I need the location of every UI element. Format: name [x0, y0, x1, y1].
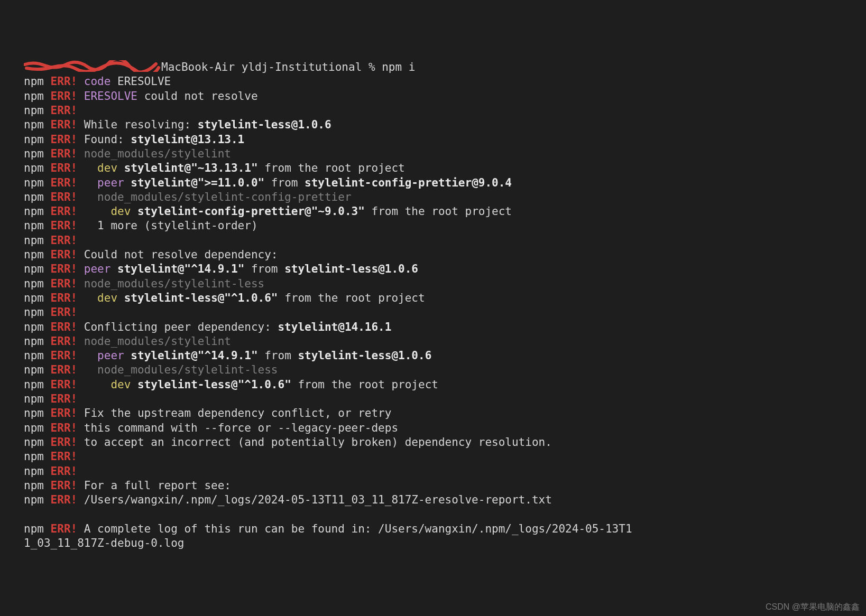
log-text — [44, 321, 51, 333]
npm-prefix: npm — [24, 147, 44, 160]
terminal-output[interactable]: MacBook-Air yldj-Institutional % npm inp… — [24, 60, 866, 550]
err-tag: ERR! — [51, 292, 78, 304]
log-text: to accept an incorrect (and potentially … — [77, 436, 552, 449]
log-text: from the root project — [291, 378, 438, 391]
log-text — [44, 205, 51, 218]
log-text: 1 more (stylelint-order) — [77, 219, 257, 232]
log-text — [44, 349, 51, 362]
watermark-text: CSDN @苹果电脑的鑫鑫 — [766, 602, 860, 613]
log-text — [131, 205, 137, 218]
log-text — [77, 90, 84, 102]
npm-prefix: npm — [24, 422, 44, 434]
err-tag: ERR! — [51, 306, 78, 319]
log-text — [44, 393, 51, 405]
err-tag: ERR! — [51, 522, 78, 535]
terminal-line: npm ERR! Conflicting peer dependency: st… — [24, 320, 866, 334]
terminal-line: npm ERR! code ERESOLVE — [24, 74, 866, 89]
err-tag: ERR! — [51, 219, 78, 232]
terminal-line: npm ERR! 1 more (stylelint-order) — [24, 219, 866, 233]
log-text — [77, 162, 97, 174]
err-tag: ERR! — [51, 162, 78, 174]
npm-prefix: npm — [24, 118, 44, 131]
code-keyword: code — [84, 75, 111, 88]
npm-prefix: npm — [24, 393, 44, 405]
log-text: Could not resolve dependency: — [77, 248, 278, 261]
log-text — [44, 219, 51, 232]
npm-prefix: npm — [24, 436, 44, 449]
terminal-line: npm ERR! Could not resolve dependency: — [24, 248, 866, 262]
package-spec: stylelint-less@"^1.0.6" — [124, 292, 278, 304]
err-tag: ERR! — [51, 147, 78, 160]
log-text — [44, 436, 51, 449]
log-text — [44, 493, 51, 506]
npm-prefix: npm — [24, 479, 44, 492]
log-text — [44, 104, 51, 117]
log-text — [44, 378, 51, 391]
dev-keyword: dev — [97, 292, 117, 304]
log-text — [77, 176, 97, 189]
log-text — [117, 292, 124, 304]
log-text — [124, 176, 131, 189]
log-text: from — [258, 349, 298, 362]
npm-prefix: npm — [24, 450, 44, 463]
log-text — [117, 162, 124, 174]
err-tag: ERR! — [51, 349, 78, 362]
log-text: For a full report see: — [77, 479, 231, 492]
err-tag: ERR! — [51, 118, 78, 131]
package-spec: stylelint-config-prettier@9.0.4 — [305, 176, 512, 189]
err-tag: ERR! — [51, 465, 78, 478]
npm-prefix: npm — [24, 292, 44, 304]
log-text — [44, 118, 51, 131]
package-spec: stylelint@"~13.13.1" — [124, 162, 258, 174]
log-text — [44, 162, 51, 174]
package-spec: stylelint-less@1.0.6 — [284, 263, 418, 275]
err-tag: ERR! — [51, 479, 78, 492]
npm-prefix: npm — [24, 407, 44, 419]
package-spec: stylelint@14.16.1 — [278, 321, 391, 333]
err-tag: ERR! — [51, 277, 78, 290]
npm-prefix: npm — [24, 219, 44, 232]
terminal-line: npm ERR! — [24, 104, 866, 118]
terminal-line: npm ERR! peer stylelint@">=11.0.0" from … — [24, 176, 866, 190]
log-text: While resolving: — [77, 118, 198, 131]
log-text — [44, 422, 51, 434]
terminal-line: npm ERR! dev stylelint-config-prettier@"… — [24, 204, 866, 219]
log-text — [110, 263, 117, 275]
module-path: node_modules/stylelint — [84, 147, 231, 160]
terminal-line: npm ERR! to accept an incorrect (and pot… — [24, 435, 866, 450]
npm-prefix: npm — [24, 522, 44, 535]
peer-keyword: peer — [84, 263, 111, 275]
npm-prefix: npm — [24, 248, 44, 261]
terminal-line: npm ERR! /Users/wangxin/.npm/_logs/2024-… — [24, 493, 866, 507]
err-tag: ERR! — [51, 263, 78, 275]
npm-prefix: npm — [24, 321, 44, 333]
log-text: /Users/wangxin/.npm/_logs/2024-05-13T11_… — [77, 493, 552, 506]
terminal-line: npm ERR! dev stylelint-less@"^1.0.6" fro… — [24, 291, 866, 305]
module-path: node_modules/stylelint — [84, 335, 231, 348]
log-text: 1_03_11_817Z-debug-0.log — [24, 537, 184, 549]
npm-prefix: npm — [24, 263, 44, 275]
log-text: this command with --force or --legacy-pe… — [77, 422, 398, 434]
module-path: node_modules/stylelint-less — [97, 363, 278, 376]
log-text — [77, 263, 84, 275]
code-keyword: ERESOLVE — [84, 90, 137, 102]
err-tag: ERR! — [51, 205, 78, 218]
log-text — [44, 191, 51, 203]
terminal-line: npm ERR! — [24, 464, 866, 479]
err-tag: ERR! — [51, 450, 78, 463]
log-text — [44, 263, 51, 275]
log-text — [44, 75, 51, 88]
err-tag: ERR! — [51, 378, 78, 391]
log-text — [44, 234, 51, 247]
npm-prefix: npm — [24, 176, 44, 189]
log-text — [77, 349, 97, 362]
npm-prefix: npm — [24, 378, 44, 391]
log-text — [44, 176, 51, 189]
npm-prefix: npm — [24, 277, 44, 290]
terminal-line: npm ERR! peer stylelint@"^14.9.1" from s… — [24, 262, 866, 276]
npm-prefix: npm — [24, 162, 44, 174]
log-text: Fix the upstream dependency conflict, or… — [77, 407, 391, 419]
package-spec: stylelint-less@"^1.0.6" — [137, 378, 291, 391]
log-text — [77, 378, 110, 391]
log-text — [44, 277, 51, 290]
